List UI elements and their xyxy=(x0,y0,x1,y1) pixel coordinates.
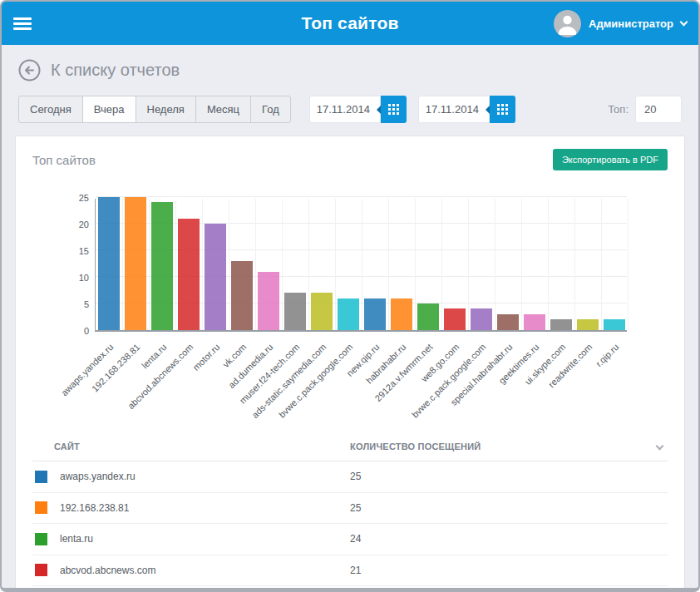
gridline xyxy=(574,199,575,330)
table-row[interactable]: awaps.yandex.ru25 xyxy=(32,461,668,493)
visit-count: 25 xyxy=(350,471,668,482)
site-name: 192.168.238.81 xyxy=(60,502,129,514)
bar-192.168.238.81[interactable] xyxy=(125,197,146,330)
top-n-widget: Топ: xyxy=(608,96,682,123)
gridline xyxy=(548,199,549,330)
gridline xyxy=(149,199,150,330)
gridline xyxy=(255,199,256,330)
date-to-calendar-button[interactable] xyxy=(490,96,515,123)
gridline xyxy=(282,199,283,330)
bar-habrahabr.ru[interactable] xyxy=(391,298,412,330)
y-tick-label: 20 xyxy=(56,220,89,229)
hamburger-menu-icon[interactable] xyxy=(13,15,32,32)
top-sites-bar-chart: 0510152025 awaps.yandex.ru192.168.238.81… xyxy=(32,189,668,430)
table-row[interactable]: abcvod.abcnews.com21 xyxy=(32,555,668,587)
color-swatch xyxy=(35,564,47,576)
bar-ads-static.saymedia.com[interactable] xyxy=(311,293,333,330)
gridline xyxy=(495,199,495,330)
chart-plot-area xyxy=(95,199,627,332)
bar-we8.go.com[interactable] xyxy=(444,308,466,330)
y-tick-label: 15 xyxy=(56,246,89,256)
visit-count: 25 xyxy=(350,502,668,514)
bar-vk.com[interactable] xyxy=(231,261,253,330)
gridline xyxy=(202,199,203,330)
table-row[interactable]: 192.168.238.8125 xyxy=(32,493,668,525)
panel-header: Топ сайтов Экспортировать в PDF xyxy=(32,149,668,170)
gridline xyxy=(308,199,309,330)
bar-2912a.v.fwmrm.net[interactable] xyxy=(417,303,439,330)
user-name: Администратор xyxy=(589,17,673,30)
table-body: awaps.yandex.ru25192.168.238.8125lenta.r… xyxy=(32,461,668,592)
top-bar: Топ сайтов Администратор xyxy=(2,2,698,45)
period-button-3[interactable]: Месяц xyxy=(195,96,251,123)
gridline xyxy=(388,199,389,330)
back-arrow-icon xyxy=(18,59,41,81)
gridline xyxy=(362,199,362,330)
bar-readwrite.com[interactable] xyxy=(577,319,599,330)
gridline xyxy=(521,199,522,330)
y-tick-label: 25 xyxy=(56,193,89,203)
bar-new.qip.ru[interactable] xyxy=(364,298,386,330)
top-n-input[interactable] xyxy=(635,96,682,123)
user-icon xyxy=(554,10,581,37)
bar-ad.dumedia.ru[interactable] xyxy=(258,272,279,330)
color-swatch xyxy=(35,501,47,514)
visit-count: 24 xyxy=(350,533,668,545)
gridline xyxy=(335,199,336,330)
column-header-visits[interactable]: КОЛИЧЕСТВО ПОСЕЩЕНИЙ xyxy=(350,442,668,451)
back-to-reports-link[interactable]: К списку отчетов xyxy=(2,45,698,88)
site-name: awaps.yandex.ru xyxy=(60,471,136,482)
app-window: Топ сайтов Администратор К списку отчето… xyxy=(0,0,700,592)
export-pdf-button[interactable]: Экспортировать в PDF xyxy=(553,149,668,170)
bar-lenta.ru[interactable] xyxy=(151,202,173,330)
back-link-label: К списку отчетов xyxy=(51,61,180,80)
bar-geektimes.ru[interactable] xyxy=(524,314,545,330)
period-button-1[interactable]: Вчера xyxy=(82,96,136,123)
gridline xyxy=(415,199,416,330)
color-swatch xyxy=(35,471,47,483)
gridline xyxy=(628,199,629,330)
panel-title: Топ сайтов xyxy=(32,153,96,167)
gridline xyxy=(175,199,176,330)
column-header-site[interactable]: САЙТ xyxy=(32,442,350,451)
avatar xyxy=(554,10,581,37)
y-tick-label: 0 xyxy=(56,326,89,336)
sites-table: САЙТ КОЛИЧЕСТВО ПОСЕЩЕНИЙ awaps.yandex.r… xyxy=(32,432,668,592)
calendar-grid-icon xyxy=(497,104,508,115)
y-tick-label: 5 xyxy=(56,299,89,309)
color-swatch xyxy=(35,533,47,545)
bar-muser.f24-tech.com[interactable] xyxy=(284,293,306,330)
bar-awaps.yandex.ru[interactable] xyxy=(98,197,120,330)
table-row[interactable]: motor.ru20 xyxy=(32,586,668,592)
bar-motor.ru[interactable] xyxy=(205,224,226,330)
date-to-input[interactable] xyxy=(418,96,490,123)
date-from-calendar-button[interactable] xyxy=(381,96,407,123)
period-button-group: СегодняВчераНеделяМесяцГод xyxy=(18,96,291,123)
gridline xyxy=(96,196,627,197)
gridline xyxy=(122,199,123,330)
site-name: lenta.ru xyxy=(60,533,93,545)
report-panel: Топ сайтов Экспортировать в PDF 05101520… xyxy=(15,136,685,592)
bar-special.habrahabr.ru[interactable] xyxy=(497,314,519,330)
chevron-down-icon xyxy=(680,17,688,26)
bar-bvwe.c.pack.google.com[interactable] xyxy=(471,308,492,330)
bar-ui.skype.com[interactable] xyxy=(550,319,572,330)
site-name: abcvod.abcnews.com xyxy=(60,565,155,576)
bar-abcvod.abcnews.com[interactable] xyxy=(178,219,200,330)
bar-bvwe.c.pack.google.com[interactable] xyxy=(338,298,359,330)
gridline xyxy=(601,199,602,330)
y-tick-label: 10 xyxy=(56,273,89,283)
user-menu[interactable]: Администратор xyxy=(554,10,687,37)
bar-r.qip.ru[interactable] xyxy=(604,319,625,330)
table-row[interactable]: lenta.ru24 xyxy=(32,524,668,555)
period-button-2[interactable]: Неделя xyxy=(136,96,196,123)
gridline xyxy=(468,199,469,330)
date-from-input[interactable] xyxy=(309,96,381,123)
calendar-grid-icon xyxy=(388,104,399,115)
period-button-0[interactable]: Сегодня xyxy=(18,96,83,123)
visit-count: 21 xyxy=(350,565,668,576)
gridline xyxy=(229,199,229,330)
period-button-4[interactable]: Год xyxy=(250,96,291,123)
filter-toolbar: СегодняВчераНеделяМесяцГод xyxy=(2,88,698,131)
date-from-widget xyxy=(309,96,407,123)
